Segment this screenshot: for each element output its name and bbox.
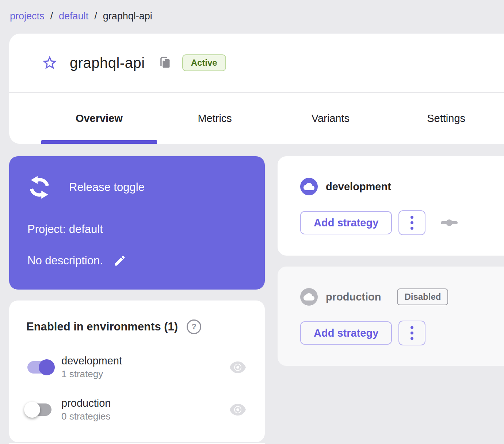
tab-settings-label: Settings <box>427 112 465 125</box>
tab-overview-label: Overview <box>76 112 123 125</box>
enabled-environments-title: Enabled in environments (1) <box>26 320 178 333</box>
environment-row-development: development 1 strategy <box>26 355 265 380</box>
description-row: No description. <box>27 254 247 267</box>
tab-variants[interactable]: Variants <box>273 93 389 144</box>
cloud-icon <box>300 288 318 306</box>
feature-header-card: graphql-api Active Overview Metrics Vari… <box>9 34 504 144</box>
project-label: Project: default <box>27 223 247 236</box>
strategy-slider-icon <box>441 218 458 227</box>
environment-name: production <box>61 397 111 409</box>
breadcrumb-current: graphql-api <box>103 11 152 22</box>
help-icon[interactable]: ? <box>187 319 201 334</box>
cloud-icon <box>300 178 318 195</box>
add-strategy-button[interactable]: Add strategy <box>300 211 392 234</box>
enabled-environments-header: Enabled in environments (1) ? <box>26 319 265 334</box>
row-labels: development 1 strategy <box>61 355 122 380</box>
environment-actions: Add strategy <box>300 321 504 345</box>
more-actions-kebab-button[interactable] <box>398 321 425 345</box>
row-labels: production 0 strategies <box>61 397 111 422</box>
eye-icon[interactable] <box>229 404 247 416</box>
development-environment-card: development Add strategy <box>278 156 504 256</box>
release-toggle-sync-icon <box>27 175 51 199</box>
status-badge: Active <box>182 54 226 71</box>
page-title: graphql-api <box>70 55 145 71</box>
strategy-count: 1 strategy <box>61 368 122 380</box>
breadcrumb: projects / default / graphql-api <box>0 0 504 23</box>
environment-actions: Add strategy <box>300 210 504 235</box>
favorite-star-icon[interactable] <box>41 54 58 71</box>
environment-name: development <box>326 181 391 193</box>
breadcrumb-separator: / <box>50 11 53 22</box>
active-tab-indicator <box>41 140 157 144</box>
description-text: No description. <box>27 254 103 267</box>
main-content: Release toggle Project: default No descr… <box>9 156 504 442</box>
development-toggle[interactable] <box>26 359 53 376</box>
environment-toggle-list: development 1 strategy <box>26 355 265 422</box>
enabled-environments-card: Enabled in environments (1) ? developmen… <box>9 301 265 442</box>
feature-title-row: graphql-api Active <box>9 34 504 92</box>
right-column: development Add strategy production Disa… <box>278 156 504 442</box>
left-column: Release toggle Project: default No descr… <box>9 156 265 442</box>
toggle-knob <box>39 359 55 375</box>
tab-metrics[interactable]: Metrics <box>157 93 273 144</box>
tab-overview[interactable]: Overview <box>41 93 157 144</box>
breadcrumb-separator: / <box>94 11 97 22</box>
production-toggle[interactable] <box>26 401 53 418</box>
tab-variants-label: Variants <box>312 112 350 125</box>
toggle-type-label: Release toggle <box>69 181 145 194</box>
toggle-knob <box>24 402 40 418</box>
toggle-overview-card: Release toggle Project: default No descr… <box>9 156 265 290</box>
environment-header: development <box>300 178 504 195</box>
tab-metrics-label: Metrics <box>198 112 232 125</box>
environment-header: production Disabled <box>300 288 504 306</box>
environment-name: production <box>326 291 381 303</box>
copy-name-icon[interactable] <box>158 56 171 69</box>
toggle-type-row: Release toggle <box>27 175 247 199</box>
environment-row-production: production 0 strategies <box>26 397 265 422</box>
tab-bar: Overview Metrics Variants Settings <box>9 93 504 144</box>
more-actions-kebab-button[interactable] <box>398 210 425 235</box>
disabled-badge: Disabled <box>397 288 448 305</box>
breadcrumb-link-default[interactable]: default <box>59 11 88 22</box>
breadcrumb-link-projects[interactable]: projects <box>10 11 45 22</box>
tab-settings[interactable]: Settings <box>388 93 504 144</box>
production-environment-card: production Disabled Add strategy <box>278 267 504 366</box>
strategy-count: 0 strategies <box>61 411 111 422</box>
edit-description-pencil-icon[interactable] <box>113 254 126 267</box>
eye-icon[interactable] <box>229 361 247 374</box>
add-strategy-button[interactable]: Add strategy <box>300 321 392 345</box>
environment-name: development <box>61 355 122 367</box>
